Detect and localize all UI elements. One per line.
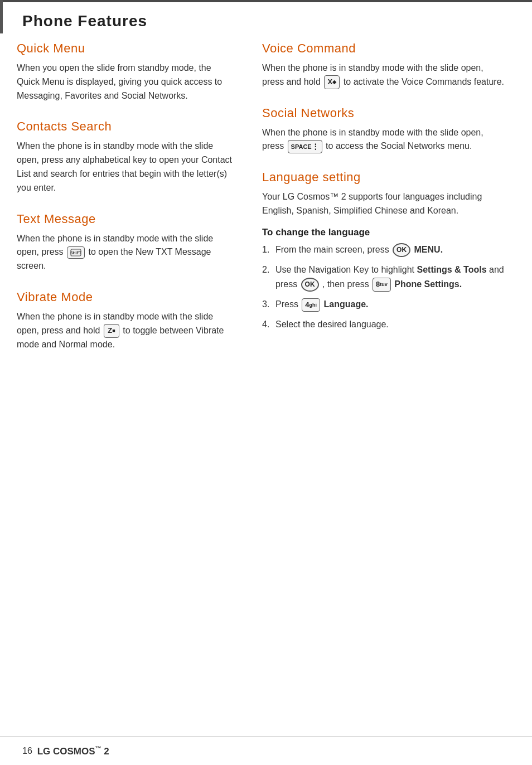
ok-key-step1: OK [393, 243, 410, 257]
main-content: Quick Menu When you open the slide from … [0, 41, 532, 368]
section-title-quick-menu: Quick Menu [17, 41, 234, 56]
step-1-num: 1. [262, 243, 272, 257]
section-text-message: Text Message When the phone is in standb… [17, 212, 234, 273]
z-key: Z■ [104, 324, 119, 337]
section-social-networks: Social Networks When the phone is in sta… [262, 106, 507, 154]
step-4-text: Select the desired language. [275, 317, 389, 332]
footer-page-number: 16 [22, 746, 37, 756]
step-3-text: Press 4ghi Language. [275, 297, 369, 312]
step-2-num: 2. [262, 263, 272, 277]
section-title-contacts-search: Contacts Search [17, 119, 234, 134]
step-2-text: Use the Navigation Key to highlight Sett… [275, 263, 507, 292]
footer-brand: LG COSMOS™ 2 [37, 745, 109, 757]
step-2: 2. Use the Navigation Key to highlight S… [262, 263, 507, 292]
section-text-text-message: When the phone is in standby mode with t… [17, 232, 234, 273]
step-3-num: 3. [262, 297, 272, 312]
section-intro-language: Your LG Cosmos™ 2 supports four language… [262, 190, 507, 218]
section-title-text-message: Text Message [17, 212, 234, 226]
header-accent [0, 0, 3, 33]
section-title-social-networks: Social Networks [262, 106, 507, 120]
eight-key: 8tuv [373, 278, 391, 292]
page-header: Phone Features [0, 0, 532, 36]
section-text-contacts-search: When the phone is in standby mode with t… [17, 139, 234, 195]
page-title: Phone Features [22, 12, 510, 30]
section-voice-command: Voice Command When the phone is in stand… [262, 41, 507, 89]
section-vibrate-mode: Vibrate Mode When the phone is in standb… [17, 290, 234, 351]
page: Phone Features Quick Menu When you open … [0, 0, 532, 765]
four-key: 4ghi [302, 298, 320, 312]
section-text-quick-menu: When you open the slide from standby mod… [17, 61, 234, 103]
step-3: 3. Press 4ghi Language. [262, 297, 507, 312]
right-column: Voice Command When the phone is in stand… [251, 41, 507, 368]
section-text-social-networks: When the phone is in standby mode with t… [262, 126, 507, 154]
left-column: Quick Menu When you open the slide from … [17, 41, 251, 368]
ok-key-step2: OK [301, 278, 319, 292]
section-title-vibrate-mode: Vibrate Mode [17, 290, 234, 304]
svg-text:SHIFT: SHIFT [70, 251, 81, 255]
subsection-title-change-language: To change the language [262, 227, 507, 238]
section-text-vibrate-mode: When the phone is in standby mode with t… [17, 310, 234, 351]
page-footer: 16 LG COSMOS™ 2 [0, 737, 532, 765]
step-4-num: 4. [262, 317, 272, 332]
shift-key: SHIFT [67, 246, 85, 259]
section-title-language-setting: Language setting [262, 170, 507, 185]
section-language-setting: Language setting Your LG Cosmos™ 2 suppo… [262, 170, 507, 332]
x-key: X◆ [324, 75, 340, 89]
step-4: 4. Select the desired language. [262, 317, 507, 332]
space-key: SPACE ⋮ [288, 140, 322, 153]
trademark-symbol: ™ [95, 745, 101, 752]
section-contacts-search: Contacts Search When the phone is in sta… [17, 119, 234, 195]
step-1-text: From the main screen, press OK MENU. [275, 243, 443, 257]
section-quick-menu: Quick Menu When you open the slide from … [17, 41, 234, 103]
section-text-voice-command: When the phone is in standby mode with t… [262, 61, 507, 89]
section-title-voice-command: Voice Command [262, 41, 507, 56]
language-steps: 1. From the main screen, press OK MENU. … [262, 243, 507, 332]
step-1: 1. From the main screen, press OK MENU. [262, 243, 507, 257]
